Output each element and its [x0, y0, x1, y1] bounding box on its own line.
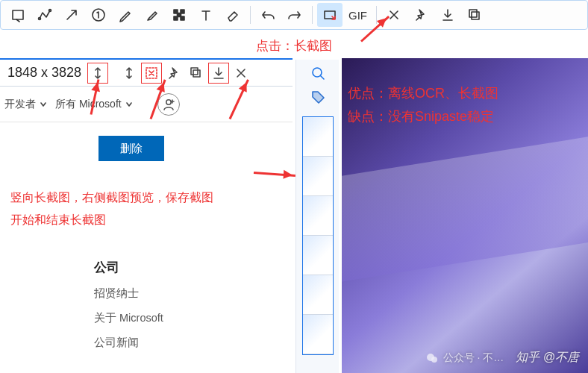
- pros-label: 优点：: [348, 86, 388, 101]
- mosaic-icon[interactable]: [166, 3, 192, 27]
- svg-point-15: [166, 99, 170, 104]
- rect-select-icon[interactable]: [5, 3, 31, 27]
- annotation-mid-line2: 开始和结束长截图: [10, 209, 293, 231]
- annotation-mid-line1: 竖向长截图，右侧截图预览，保存截图: [10, 186, 293, 209]
- delete-button[interactable]: 删除: [98, 136, 164, 161]
- pros-text: 离线OCR、长截图: [388, 86, 498, 101]
- watermark: 公众号 · 不… 知乎 @不唐: [425, 350, 579, 366]
- review-text: 优点：离线OCR、长截图 缺点：没有Snipaste稳定: [348, 82, 498, 128]
- pencil-icon[interactable]: [113, 3, 138, 27]
- company-link[interactable]: 招贤纳士: [94, 286, 293, 301]
- browser-breadcrumb-bar: 开发者 所有 Microsoft: [0, 87, 293, 122]
- download-icon[interactable]: [208, 63, 229, 84]
- download-icon[interactable]: [435, 3, 460, 27]
- arrow-icon[interactable]: [59, 3, 84, 27]
- gif-button[interactable]: GIF: [344, 3, 372, 27]
- footer-company-section: 公司 招贤纳士 关于 Microsoft 公司新闻: [94, 259, 293, 350]
- captured-window: 1848 x 3828 开发者 所有 Microsoft 删除 竖向长截图，右侧…: [0, 58, 293, 373]
- svg-point-18: [431, 357, 437, 363]
- copy-icon[interactable]: [186, 63, 207, 84]
- svg-rect-10: [472, 12, 479, 19]
- text-icon[interactable]: [193, 3, 219, 27]
- long-screenshot-icon[interactable]: [317, 3, 343, 27]
- svg-rect-13: [193, 70, 200, 77]
- cons-text: 没有Snipaste稳定: [388, 109, 494, 124]
- svg-rect-14: [191, 68, 198, 75]
- company-link[interactable]: 公司新闻: [94, 336, 293, 350]
- breadcrumb-developers[interactable]: 开发者: [4, 98, 48, 111]
- tag-icon[interactable]: [309, 88, 327, 106]
- svg-rect-8: [181, 16, 184, 20]
- eraser-icon[interactable]: [220, 3, 245, 27]
- svg-point-16: [313, 68, 322, 77]
- company-heading: 公司: [94, 259, 293, 276]
- svg-rect-11: [469, 10, 477, 17]
- undo-icon[interactable]: [255, 3, 281, 27]
- annotation-top: 点击：长截图: [0, 37, 588, 54]
- cons-label: 缺点：: [348, 109, 388, 124]
- preview-sidebar: [295, 60, 339, 373]
- main-toolbar: GIF: [0, 0, 588, 30]
- scroll-preview-thumbnail[interactable]: [302, 116, 334, 355]
- polyline-icon[interactable]: [32, 3, 57, 27]
- annotation-mid: 竖向长截图，右侧截图预览，保存截图 开始和结束长截图: [10, 186, 293, 232]
- copy-icon[interactable]: [462, 3, 487, 27]
- background-panel: 优点：离线OCR、长截图 缺点：没有Snipaste稳定 公众号 · 不… 知乎…: [342, 58, 588, 373]
- scroll-toggle-icon[interactable]: [119, 63, 140, 84]
- company-link[interactable]: 关于 Microsoft: [94, 311, 293, 325]
- redo-icon[interactable]: [282, 3, 307, 27]
- svg-rect-7: [174, 16, 178, 20]
- dimensions-display: 1848 x 3828: [3, 65, 86, 81]
- zhihu-watermark: 知乎 @不唐: [516, 350, 579, 366]
- separator: [250, 6, 251, 24]
- pin-icon[interactable]: [408, 3, 434, 27]
- highlighter-icon[interactable]: [140, 3, 165, 27]
- svg-rect-0: [13, 10, 23, 19]
- zoom-icon[interactable]: [309, 64, 327, 82]
- number-circle-icon[interactable]: [86, 3, 111, 27]
- wechat-watermark: 公众号 · 不…: [425, 351, 504, 365]
- separator: [312, 6, 313, 24]
- avatar[interactable]: [157, 93, 180, 116]
